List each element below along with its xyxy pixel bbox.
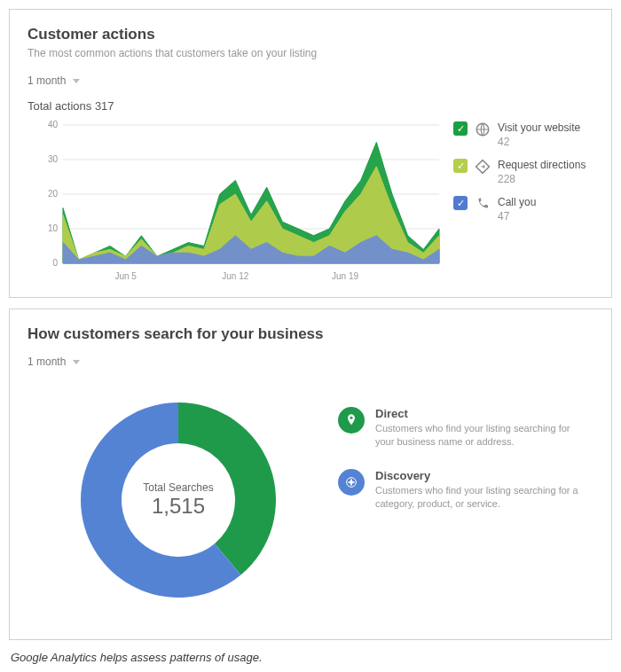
legend-discovery[interactable]: Discovery Customers who find your listin… — [338, 469, 593, 512]
compass-icon — [338, 469, 365, 496]
date-range-dropdown[interactable]: 1 month — [28, 74, 80, 87]
donut-legend: Direct Customers who find your listing s… — [329, 380, 593, 531]
customer-search-card: How customers search for your business 1… — [9, 309, 612, 640]
card1-title: Customer actions — [28, 26, 593, 43]
donut-center-value: 1,515 — [152, 494, 205, 519]
customer-actions-card: Customer actions The most common actions… — [9, 9, 612, 298]
legend-direct[interactable]: Direct Customers who find your listing s… — [338, 407, 593, 449]
svg-text:30: 30 — [48, 154, 59, 164]
svg-text:40: 40 — [48, 120, 59, 129]
donut-chart: Total Searches 1,515 — [67, 389, 289, 611]
chevron-down-icon — [73, 360, 80, 364]
svg-text:0: 0 — [52, 258, 58, 268]
date-range-dropdown-2[interactable]: 1 month — [28, 356, 80, 368]
svg-text:10: 10 — [48, 223, 59, 233]
legend-call-you[interactable]: ✓ Call you 47 — [453, 196, 593, 223]
pin-icon — [338, 407, 365, 434]
checkbox-icon[interactable]: ✓ — [453, 196, 468, 210]
checkbox-icon[interactable]: ✓ — [453, 121, 468, 136]
legend-visit-website[interactable]: ✓ Visit your website 42 — [453, 121, 593, 148]
date-range-label: 1 month — [28, 74, 66, 87]
area-chart-legend: ✓ Visit your website 42 ✓ Request direct… — [444, 118, 593, 286]
date-range-label: 1 month — [28, 356, 66, 368]
checkbox-icon[interactable]: ✓ — [453, 159, 468, 173]
card1-subtitle: The most common actions that customers t… — [28, 47, 593, 59]
area-chart: 010203040Jun 5Jun 12Jun 19 — [28, 118, 444, 286]
directions-icon — [475, 159, 491, 175]
legend-request-directions[interactable]: ✓ Request directions 228 — [453, 159, 593, 185]
svg-text:Jun 19: Jun 19 — [332, 271, 358, 281]
donut-center-label: Total Searches — [143, 481, 213, 494]
svg-text:Jun 5: Jun 5 — [114, 271, 137, 281]
total-actions-line: Total actions 317 — [28, 99, 593, 113]
card2-title: How customers search for your business — [28, 325, 593, 343]
chevron-down-icon — [73, 79, 80, 83]
phone-icon — [475, 196, 491, 212]
svg-point-15 — [350, 417, 352, 419]
svg-text:Jun 12: Jun 12 — [222, 271, 248, 281]
globe-icon — [475, 121, 491, 137]
figure-caption: Google Analytics helps assess patterns o… — [11, 651, 610, 664]
svg-text:20: 20 — [48, 189, 59, 199]
